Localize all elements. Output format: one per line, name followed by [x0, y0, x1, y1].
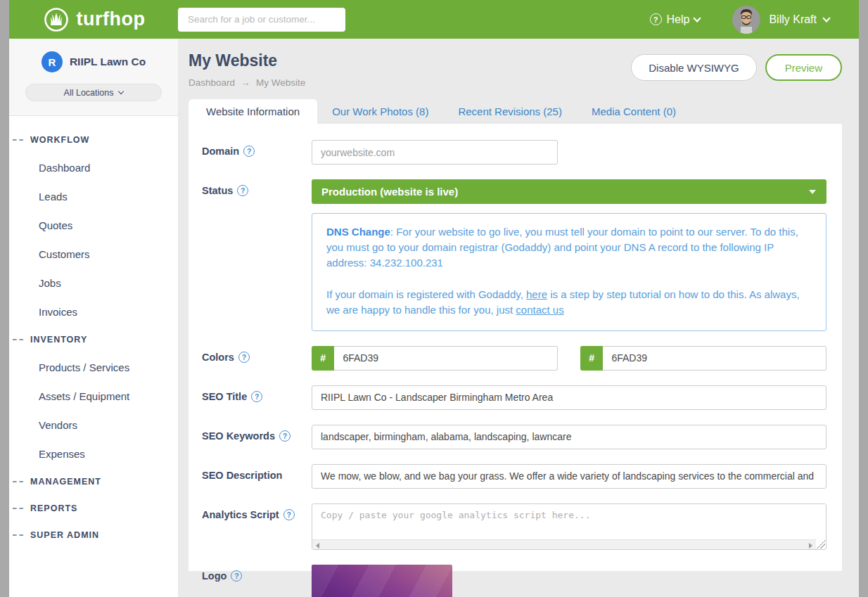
dashes-icon: [13, 508, 23, 509]
sidebar-item-leads[interactable]: Leads: [9, 182, 178, 211]
status-selected-value: Production (website is live): [321, 186, 458, 198]
domain-input[interactable]: [312, 140, 558, 165]
seo-keywords-input[interactable]: [312, 425, 826, 449]
disable-wysiwyg-button[interactable]: Disable WYSIWYG: [631, 54, 756, 81]
breadcrumb: Dashboard → My Website: [189, 77, 305, 88]
scroll-left-icon[interactable]: [316, 543, 319, 548]
dns-notice-title: DNS Change: [326, 226, 390, 238]
seo-description-input[interactable]: [312, 464, 826, 489]
sidebar-item-products-services[interactable]: Products / Services: [9, 353, 178, 382]
dns-notice-p2a: If your domain is registered with Godadd…: [326, 288, 526, 300]
global-search-input[interactable]: [178, 8, 345, 32]
logo-label: Logo: [202, 570, 226, 582]
logo-help-icon[interactable]: ?: [231, 570, 242, 582]
caret-down-icon: [809, 190, 816, 194]
breadcrumb-dashboard[interactable]: Dashboard: [189, 77, 235, 88]
seo-title-row: SEO Title ?: [202, 385, 826, 410]
analytics-help-icon[interactable]: ?: [283, 509, 295, 520]
primary-color-input[interactable]: [334, 346, 558, 371]
status-select[interactable]: Production (website is live): [312, 179, 826, 204]
secondary-color-input[interactable]: [603, 346, 826, 371]
user-menu[interactable]: Billy Kraft: [769, 13, 829, 26]
sidebar-section-workflow[interactable]: WORKFLOW: [9, 127, 178, 153]
hash-prefix: #: [580, 346, 603, 371]
seo-keywords-help-icon[interactable]: ?: [279, 430, 291, 442]
sidebar-item-vendors[interactable]: Vendors: [9, 411, 178, 439]
domain-row: Domain ?: [202, 140, 826, 165]
sidebar-item-jobs[interactable]: Jobs: [9, 269, 178, 297]
tab-media-content[interactable]: Media Content (0): [577, 99, 691, 124]
tab-recent-revisions[interactable]: Recent Revisions (25): [443, 99, 577, 124]
app-window: turfhop ? Help: [9, 0, 859, 597]
left-scrollbar[interactable]: [0, 0, 9, 597]
status-row: Status ? Production (website is live) DN…: [202, 179, 826, 331]
logo-row: Logo ?: [202, 565, 826, 597]
user-avatar[interactable]: [732, 6, 760, 34]
seo-description-row: SEO Description: [202, 464, 826, 489]
dns-notice-body: : For your website to go live, you must …: [326, 226, 798, 269]
sidebar-section-reports[interactable]: REPORTS: [9, 495, 178, 522]
analytics-script-field: [312, 503, 826, 550]
seo-title-input[interactable]: [312, 385, 826, 410]
tab-bar: Website Information Our Work Photos (8) …: [189, 99, 842, 124]
analytics-script-row: Analytics Script ?: [202, 503, 826, 550]
seo-title-help-icon[interactable]: ?: [251, 391, 262, 402]
sidebar-section-super-admin[interactable]: SUPER ADMIN: [9, 522, 178, 548]
status-help-icon[interactable]: ?: [237, 185, 248, 196]
right-scrollbar[interactable]: [859, 0, 868, 597]
sidebar-section-management[interactable]: MANAGEMENT: [9, 468, 178, 495]
locations-label: All Locations: [64, 88, 114, 98]
help-menu[interactable]: ? Help: [650, 13, 701, 26]
sidebar-section-inventory[interactable]: INVENTORY: [9, 326, 178, 353]
app-logo-text: turfhop: [77, 8, 146, 30]
domain-label: Domain: [202, 146, 239, 157]
contact-us-link[interactable]: contact us: [516, 304, 563, 316]
seo-keywords-label: SEO Keywords: [202, 430, 275, 442]
logo-image[interactable]: [312, 565, 452, 597]
seo-description-label: SEO Description: [202, 470, 282, 481]
sidebar-item-customers[interactable]: Customers: [9, 240, 178, 269]
textarea-horizontal-scrollbar[interactable]: [312, 539, 816, 549]
secondary-color-field: #: [580, 346, 826, 371]
resize-grip-icon[interactable]: [817, 540, 825, 548]
analytics-script-textarea[interactable]: [312, 504, 826, 539]
sidebar-company-block: R RIIPL Lawn Co All Locations: [9, 39, 178, 116]
colors-label: Colors: [202, 352, 234, 363]
company-avatar: R: [42, 51, 63, 72]
dashes-icon: [13, 339, 23, 340]
help-icon: ?: [650, 13, 662, 25]
tutorial-link[interactable]: here: [526, 288, 547, 300]
main-content: My Website Dashboard → My Website Disabl…: [178, 39, 859, 597]
domain-help-icon[interactable]: ?: [243, 146, 255, 157]
app-logo[interactable]: turfhop: [9, 6, 178, 34]
top-navbar: turfhop ? Help: [9, 0, 859, 39]
dns-change-notice: DNS Change: For your website to go live,…: [312, 213, 826, 331]
preview-button[interactable]: Preview: [765, 54, 842, 81]
dashes-icon: [13, 534, 23, 536]
hash-prefix: #: [312, 346, 334, 371]
dashes-icon: [13, 481, 23, 482]
sidebar-item-invoices[interactable]: Invoices: [9, 297, 178, 326]
tab-website-information[interactable]: Website Information: [189, 99, 317, 124]
sidebar-item-expenses[interactable]: Expenses: [9, 439, 178, 468]
turfhop-grass-icon: [42, 6, 70, 34]
primary-color-field: #: [312, 346, 558, 371]
tab-our-work-photos[interactable]: Our Work Photos (8): [317, 99, 443, 124]
scroll-right-icon[interactable]: [809, 543, 812, 548]
breadcrumb-current: My Website: [256, 77, 305, 88]
sidebar-item-assets-equipment[interactable]: Assets / Equipment: [9, 382, 178, 411]
sidebar-item-quotes[interactable]: Quotes: [9, 211, 178, 240]
help-label: Help: [667, 13, 690, 26]
seo-title-label: SEO Title: [202, 391, 247, 402]
sidebar-nav: WORKFLOW Dashboard Leads Quotes Customer…: [9, 116, 178, 548]
user-name: Billy Kraft: [769, 13, 817, 26]
locations-dropdown[interactable]: All Locations: [25, 84, 162, 101]
company-name: RIIPL Lawn Co: [70, 56, 146, 68]
colors-help-icon[interactable]: ?: [238, 352, 250, 363]
sidebar-item-dashboard[interactable]: Dashboard: [9, 153, 178, 182]
page-title: My Website: [189, 51, 305, 70]
chevron-down-icon: [694, 14, 701, 22]
colors-row: Colors ? # #: [202, 346, 826, 371]
dashes-icon: [13, 139, 23, 141]
sidebar: R RIIPL Lawn Co All Locations WORKFLOW D…: [9, 39, 178, 597]
